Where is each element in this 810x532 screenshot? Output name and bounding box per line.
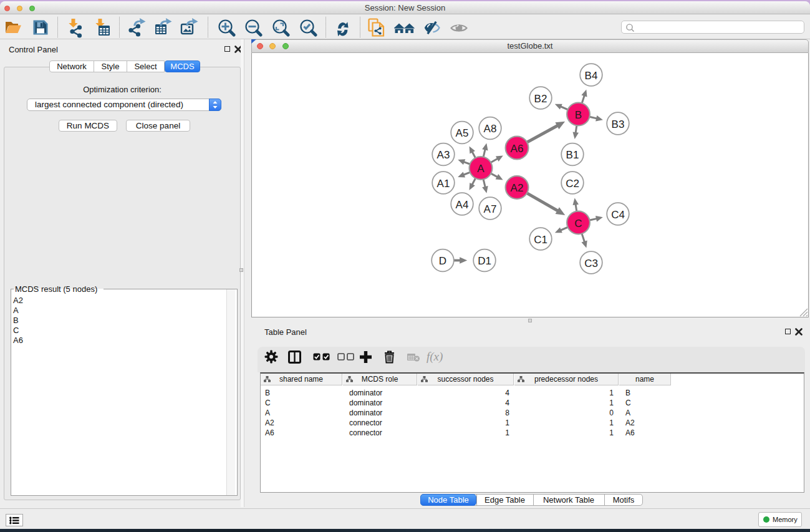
svg-text:A6: A6 xyxy=(511,143,524,155)
svg-text:C: C xyxy=(574,218,582,230)
svg-text:A1: A1 xyxy=(437,178,450,190)
svg-text:A7: A7 xyxy=(484,203,497,215)
svg-text:A8: A8 xyxy=(484,123,497,135)
svg-text:A5: A5 xyxy=(456,127,469,139)
svg-text:C1: C1 xyxy=(534,234,547,246)
svg-text:D1: D1 xyxy=(478,255,491,267)
svg-text:C2: C2 xyxy=(566,178,579,190)
svg-text:B2: B2 xyxy=(534,93,547,105)
svg-text:D: D xyxy=(439,255,446,267)
svg-text:C3: C3 xyxy=(584,258,598,269)
svg-text:B3: B3 xyxy=(612,118,625,130)
svg-text:A3: A3 xyxy=(437,149,450,161)
svg-text:B1: B1 xyxy=(566,149,579,161)
svg-text:C4: C4 xyxy=(611,209,625,221)
svg-text:B4: B4 xyxy=(585,70,598,82)
svg-text:B: B xyxy=(575,109,582,121)
svg-text:A4: A4 xyxy=(456,199,469,211)
svg-text:A: A xyxy=(477,163,485,175)
svg-text:A2: A2 xyxy=(511,182,524,194)
